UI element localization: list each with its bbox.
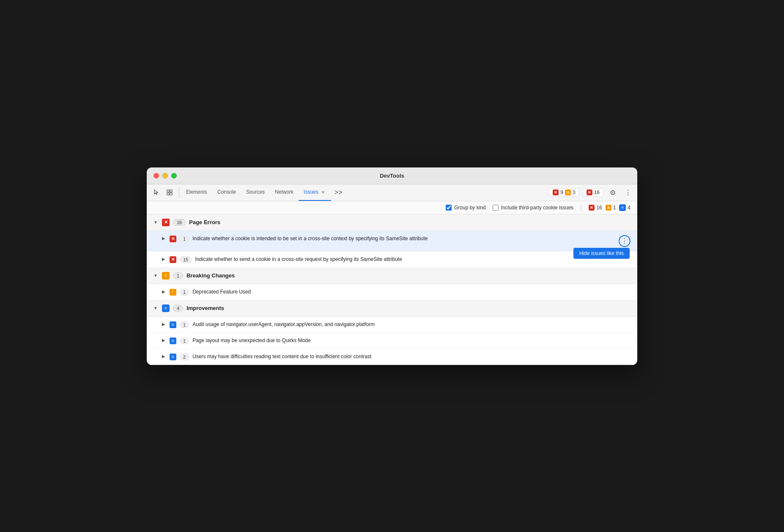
filter-bar: Group by kind Include third-party cookie…	[147, 201, 637, 214]
minimize-button[interactable]	[162, 173, 168, 178]
title-bar: DevTools	[147, 167, 637, 184]
tab-sources[interactable]: Sources	[241, 184, 270, 201]
issues-content: ▼ ✕ 16 Page Errors ▶ ✕ 1 Indicate whethe…	[147, 214, 637, 365]
close-button[interactable]	[154, 173, 159, 178]
layers-icon[interactable]	[164, 186, 175, 198]
chevron-improvements: ▼	[154, 306, 159, 310]
count-improvements: 4	[173, 305, 183, 312]
text-cookie-samesite-2: Indicate whether to send a cookie in a c…	[195, 256, 630, 263]
tab-issues[interactable]: Issues ✕	[299, 184, 331, 201]
text-deprecated-feature: Deprecated Feature Used	[192, 288, 630, 296]
filter-info-icon: ≡	[619, 204, 626, 211]
text-navigator-audit: Audit usage of navigator.userAgent, navi…	[192, 321, 630, 328]
icon-color-contrast: ≡	[170, 354, 176, 360]
filter-error-icon: ✕	[589, 205, 595, 211]
more-tabs-button[interactable]: >>	[331, 189, 346, 196]
issue-row-end-1: ⋮ Hide issues like this	[619, 235, 630, 247]
icon-cookie-samesite-1: ✕	[170, 236, 176, 242]
count-breaking-changes: 1	[173, 272, 183, 279]
issue-row-deprecated-feature[interactable]: ▶ ! 1 Deprecated Feature Used	[147, 284, 637, 300]
close-tab-issues[interactable]: ✕	[320, 189, 326, 195]
total-error-icon: ✕	[587, 189, 592, 195]
text-quirks-mode: Page layout may be unexpected due to Qui…	[192, 337, 630, 344]
svg-rect-3	[170, 193, 172, 195]
issue-row-quirks-mode[interactable]: ▶ ≡ 1 Page layout may be unexpected due …	[147, 333, 637, 349]
arrow-deprecated-feature: ▶	[162, 289, 166, 294]
total-count: 16	[594, 189, 600, 195]
group-by-kind-label: Group by kind	[454, 205, 486, 211]
issue-row-cookie-samesite-1[interactable]: ▶ ✕ 1 Indicate whether a cookie is inten…	[147, 231, 637, 252]
arrow-quirks-mode: ▶	[162, 338, 166, 343]
devtools-window: DevTools Elements	[147, 167, 637, 365]
section-icon-breaking-changes: !	[162, 272, 170, 280]
group-by-kind-checkbox[interactable]	[446, 205, 452, 211]
issue-row-color-contrast[interactable]: ▶ ≡ 2 Users may have difficulties readin…	[147, 349, 637, 365]
third-party-option: Include third-party cookie issues	[493, 205, 573, 211]
total-badge[interactable]: ✕ 16	[583, 188, 603, 197]
svg-rect-1	[170, 190, 172, 192]
count-quirks-mode: 1	[180, 337, 189, 344]
toolbar-right: ✕ 9 ⚠ 3 ✕ 16 ⚙ ⋮	[549, 186, 634, 198]
title-page-errors: Page Errors	[189, 219, 220, 225]
svg-rect-2	[167, 193, 169, 195]
filter-warning-badge[interactable]: ⚠ 1	[606, 205, 616, 211]
chevron-breaking-changes: ▼	[154, 273, 159, 278]
title-improvements: Improvements	[186, 305, 224, 311]
count-cookie-samesite-1: 1	[180, 236, 189, 242]
count-navigator-audit: 1	[180, 321, 189, 328]
warning-icon: ⚠	[565, 189, 571, 195]
arrow-cookie-samesite-1: ▶	[162, 236, 166, 241]
icon-cookie-samesite-2: ✕	[170, 256, 176, 263]
filter-info-count: 4	[628, 205, 630, 211]
group-by-kind-option: Group by kind	[446, 205, 486, 211]
title-breaking-changes: Breaking Changes	[186, 272, 235, 279]
maximize-button[interactable]	[171, 173, 177, 178]
count-cookie-samesite-2: 15	[180, 256, 192, 263]
icon-quirks-mode: ≡	[170, 337, 176, 344]
toolbar-icons	[150, 186, 179, 198]
warning-count: 3	[573, 189, 576, 195]
tab-console[interactable]: Console	[212, 184, 241, 201]
traffic-lights	[154, 173, 177, 178]
third-party-label: Include third-party cookie issues	[501, 205, 573, 211]
icon-deprecated-feature: !	[170, 289, 176, 296]
issue-row-navigator-audit[interactable]: ▶ ≡ 1 Audit usage of navigator.userAgent…	[147, 317, 637, 333]
count-color-contrast: 2	[180, 354, 189, 360]
filter-warning-icon: ⚠	[606, 205, 611, 211]
issue-row-cookie-samesite-2[interactable]: ▶ ✕ 15 Indicate whether to send a cookie…	[147, 252, 637, 268]
section-icon-page-errors: ✕	[162, 219, 170, 226]
third-party-checkbox[interactable]	[493, 205, 499, 211]
three-dots-button-1[interactable]: ⋮ Hide issues like this	[619, 235, 630, 247]
error-warning-badge[interactable]: ✕ 9 ⚠ 3	[549, 188, 579, 197]
hide-issues-popup[interactable]: Hide issues like this	[573, 248, 630, 259]
window-title: DevTools	[380, 173, 404, 179]
error-count: 9	[560, 189, 563, 195]
chevron-page-errors: ▼	[154, 220, 159, 225]
tab-elements[interactable]: Elements	[181, 184, 212, 201]
section-icon-improvements: ≡	[162, 304, 170, 312]
section-header-breaking-changes[interactable]: ▼ ! 1 Breaking Changes	[147, 268, 637, 284]
settings-button[interactable]: ⚙	[607, 186, 619, 198]
svg-rect-0	[167, 190, 169, 192]
filter-badges: ✕ 16 ⚠ 1 ≡ 4	[589, 204, 630, 211]
arrow-navigator-audit: ▶	[162, 322, 166, 326]
text-cookie-samesite-1: Indicate whether a cookie is intended to…	[192, 235, 615, 242]
arrow-cookie-samesite-2: ▶	[162, 257, 166, 261]
nav-tabs: Elements Console Sources Network Issues …	[181, 184, 549, 201]
filter-info-badge[interactable]: ≡ 4	[619, 204, 630, 211]
error-icon: ✕	[553, 189, 559, 195]
toolbar: Elements Console Sources Network Issues …	[147, 184, 637, 201]
tab-network[interactable]: Network	[270, 184, 299, 201]
filter-error-count: 16	[596, 205, 602, 211]
count-deprecated-feature: 1	[180, 289, 189, 296]
count-page-errors: 16	[173, 219, 186, 226]
filter-error-badge[interactable]: ✕ 16	[589, 205, 602, 211]
arrow-color-contrast: ▶	[162, 354, 166, 359]
section-header-page-errors[interactable]: ▼ ✕ 16 Page Errors	[147, 214, 637, 231]
filter-warning-count: 1	[613, 205, 616, 211]
cursor-icon[interactable]	[150, 186, 162, 198]
icon-navigator-audit: ≡	[170, 321, 176, 328]
section-header-improvements[interactable]: ▼ ≡ 4 Improvements	[147, 300, 637, 317]
text-color-contrast: Users may have difficulties reading text…	[192, 353, 630, 360]
menu-button[interactable]: ⋮	[622, 186, 634, 198]
